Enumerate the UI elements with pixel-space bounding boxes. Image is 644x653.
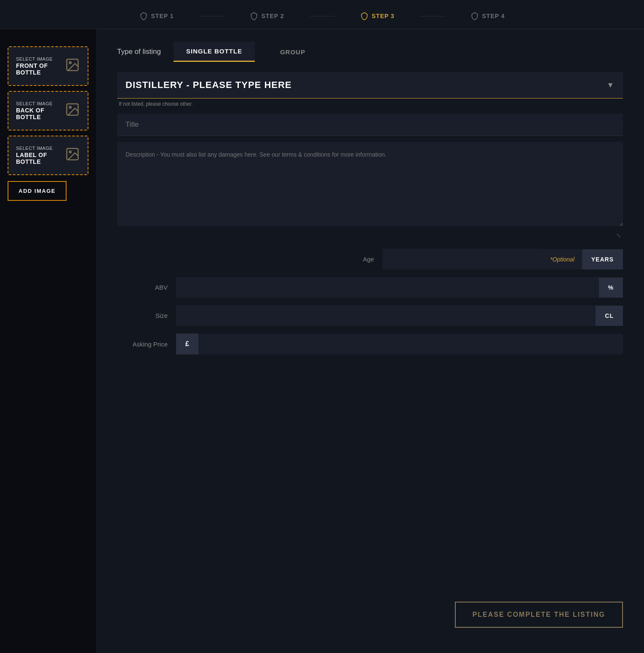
age-input[interactable] [382, 249, 542, 269]
description-container: ⤡ [117, 142, 623, 240]
resize-handle-icon: ⤡ [616, 232, 621, 239]
svg-point-1 [69, 61, 72, 64]
age-label: Age [323, 256, 374, 263]
type-listing-row: Type of listing SINGLE BOTTLE GROUP [117, 42, 623, 62]
age-optional-text: *Optional [542, 249, 582, 269]
tab-single-bottle[interactable]: SINGLE BOTTLE [174, 42, 255, 62]
distillery-hint: If not listed, please choose other. [117, 101, 623, 107]
step-3[interactable]: STEP 3 [360, 12, 395, 20]
label-select-label: SELECT IMAGE [16, 146, 65, 151]
abv-input[interactable] [176, 277, 599, 298]
step-4[interactable]: STEP 4 [470, 12, 505, 20]
add-image-button[interactable]: ADD IMAGE [8, 181, 67, 201]
price-label: Asking Price [117, 341, 168, 348]
title-input[interactable] [117, 114, 623, 136]
abv-row: ABV % [117, 277, 623, 298]
svg-point-3 [69, 106, 72, 108]
image-panel-back-text: SELECT IMAGE BACK OF BOTTLE [16, 101, 65, 120]
label-image-icon [65, 147, 80, 165]
svg-point-5 [69, 151, 72, 153]
front-bottle-label: FRONT OF BOTTLE [16, 62, 65, 76]
distillery-dropdown[interactable]: DISTILLERY - PLEASE TYPE HERE ▼ [117, 72, 623, 99]
image-panel-back[interactable]: SELECT IMAGE BACK OF BOTTLE [8, 91, 88, 131]
abv-suffix: % [599, 277, 623, 298]
form-area: Type of listing SINGLE BOTTLE GROUP DIST… [96, 29, 644, 396]
step-3-label: STEP 3 [372, 13, 395, 19]
age-suffix: YEARS [582, 249, 623, 269]
abv-label: ABV [117, 284, 168, 291]
age-row: Age *Optional YEARS [117, 249, 623, 269]
step-bar: STEP 1 STEP 2 STEP 3 STEP 4 [0, 0, 644, 29]
step-4-label: STEP 4 [482, 13, 505, 19]
image-panel-label[interactable]: SELECT IMAGE LABEL OF BOTTLE [8, 136, 88, 175]
image-panel-label-text: SELECT IMAGE LABEL OF BOTTLE [16, 146, 65, 165]
front-select-label: SELECT IMAGE [16, 56, 65, 61]
price-prefix-symbol: £ [176, 333, 198, 354]
front-image-icon [65, 57, 80, 75]
size-label: Size [117, 312, 168, 319]
image-panel-front-text: SELECT IMAGE FRONT OF BOTTLE [16, 56, 65, 76]
image-panel-front[interactable]: SELECT IMAGE FRONT OF BOTTLE [8, 46, 88, 86]
size-row: Size CL [117, 305, 623, 326]
asking-price-row: Asking Price £ [117, 333, 623, 354]
back-image-icon [65, 102, 80, 120]
complete-listing-button[interactable]: PLEASE COMPLETE THE LISTING [455, 602, 623, 628]
step-2[interactable]: STEP 2 [250, 12, 284, 20]
back-select-label: SELECT IMAGE [16, 101, 65, 106]
back-bottle-label: BACK OF BOTTLE [16, 107, 65, 120]
type-listing-label: Type of listing [117, 48, 161, 56]
distillery-placeholder-text: DISTILLERY - PLEASE TYPE HERE [126, 80, 292, 91]
price-input[interactable] [198, 334, 623, 354]
dropdown-arrow-icon: ▼ [607, 81, 615, 90]
step-1-label: STEP 1 [151, 13, 174, 19]
description-textarea[interactable] [117, 142, 623, 226]
step-2-label: STEP 2 [262, 13, 284, 19]
fields-section: Age *Optional YEARS ABV % Size CL Asking… [117, 249, 623, 354]
image-panels-container: SELECT IMAGE FRONT OF BOTTLE SELECT IMAG… [0, 38, 96, 184]
size-suffix: CL [596, 306, 623, 326]
tab-group[interactable]: GROUP [267, 43, 318, 61]
label-bottle-label: LABEL OF BOTTLE [16, 152, 65, 165]
step-1[interactable]: STEP 1 [139, 12, 174, 20]
size-input[interactable] [176, 305, 596, 326]
